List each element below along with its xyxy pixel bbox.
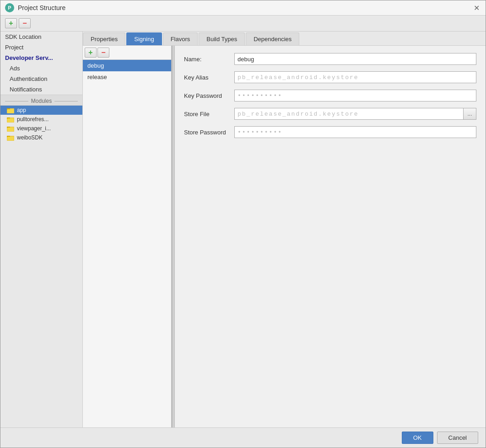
store-file-input[interactable] — [234, 108, 464, 120]
folder-icon-app — [7, 107, 14, 113]
close-button[interactable]: ✕ — [472, 3, 481, 12]
tab-signing[interactable]: Signing — [126, 32, 162, 45]
key-alias-row: Key Alias — [184, 71, 476, 83]
sidebar-item-project[interactable]: Project — [0, 42, 82, 53]
store-password-row: Store Password — [184, 126, 476, 138]
store-password-input[interactable] — [234, 126, 476, 138]
title-bar: P Project Structure ✕ — [0, 0, 486, 16]
app-icon: P — [5, 3, 14, 12]
folder-icon-weibosdk — [7, 134, 14, 141]
modules-section-label: Modules — [0, 95, 82, 106]
main-area: SDK Location Project Developer Serv... A… — [0, 31, 486, 427]
tab-flavors[interactable]: Flavors — [163, 32, 198, 45]
store-file-row: Store File ... — [184, 108, 476, 120]
module-item-app[interactable]: app — [0, 106, 82, 115]
title-bar-left: P Project Structure — [5, 3, 65, 12]
key-password-input[interactable] — [234, 90, 476, 101]
signing-list: debug release — [83, 60, 171, 427]
sidebar-item-notifications[interactable]: Notifications — [0, 84, 82, 95]
folder-icon-pulltorefres — [7, 116, 14, 123]
right-pane: Properties Signing Flavors Build Types D… — [83, 32, 486, 427]
svg-rect-5 — [7, 118, 14, 122]
dialog-title: Project Structure — [18, 4, 65, 11]
remove-button[interactable]: − — [19, 18, 31, 28]
signing-config-release[interactable]: release — [83, 71, 171, 83]
svg-rect-2 — [7, 109, 14, 113]
name-input[interactable] — [234, 53, 476, 65]
store-file-browse-button[interactable]: ... — [464, 108, 476, 120]
signing-config-debug[interactable]: debug — [83, 60, 171, 71]
store-password-label: Store Password — [184, 129, 234, 136]
add-button[interactable]: + — [5, 18, 17, 28]
cancel-button[interactable]: Cancel — [437, 432, 478, 444]
tab-properties[interactable]: Properties — [83, 32, 125, 45]
tabs-bar: Properties Signing Flavors Build Types D… — [83, 32, 486, 46]
main-toolbar: + − — [0, 16, 486, 31]
module-item-weibosdk[interactable]: weiboSDK — [0, 133, 82, 142]
sidebar: SDK Location Project Developer Serv... A… — [0, 32, 83, 427]
signing-add-button[interactable]: + — [85, 48, 97, 58]
signing-list-pane: + − debug release — [83, 46, 172, 427]
store-file-label: Store File — [184, 111, 234, 117]
name-label: Name: — [184, 56, 234, 63]
ok-button[interactable]: OK — [402, 432, 433, 444]
sidebar-item-developer-services[interactable]: Developer Serv... — [0, 53, 82, 63]
key-password-row: Key Password — [184, 90, 476, 101]
module-item-pulltorefres[interactable]: pulltorefres... — [0, 115, 82, 124]
module-item-viewpager[interactable]: viewpager_i... — [0, 124, 82, 133]
key-password-label: Key Password — [184, 92, 234, 99]
signing-remove-button[interactable]: − — [97, 48, 109, 58]
bottom-bar: OK Cancel — [0, 427, 486, 448]
sidebar-item-sdk-location[interactable]: SDK Location — [0, 32, 82, 42]
tab-build-types[interactable]: Build Types — [199, 32, 245, 45]
project-structure-dialog: P Project Structure ✕ + − SDK Location P… — [0, 0, 486, 448]
tab-dependencies[interactable]: Dependencies — [246, 32, 299, 45]
sidebar-item-authentication[interactable]: Authentication — [0, 74, 82, 84]
svg-rect-11 — [7, 137, 14, 140]
form-pane: Name: Key Alias Key Password — [175, 46, 486, 427]
key-alias-input[interactable] — [234, 71, 476, 83]
name-row: Name: — [184, 53, 476, 65]
sidebar-item-ads[interactable]: Ads — [0, 63, 82, 74]
signing-list-toolbar: + − — [83, 46, 171, 60]
store-file-input-group: ... — [234, 108, 476, 120]
content-area: + − debug release Name: — [83, 46, 486, 427]
folder-icon-viewpager — [7, 125, 14, 132]
svg-rect-8 — [7, 128, 14, 131]
key-alias-label: Key Alias — [184, 74, 234, 81]
